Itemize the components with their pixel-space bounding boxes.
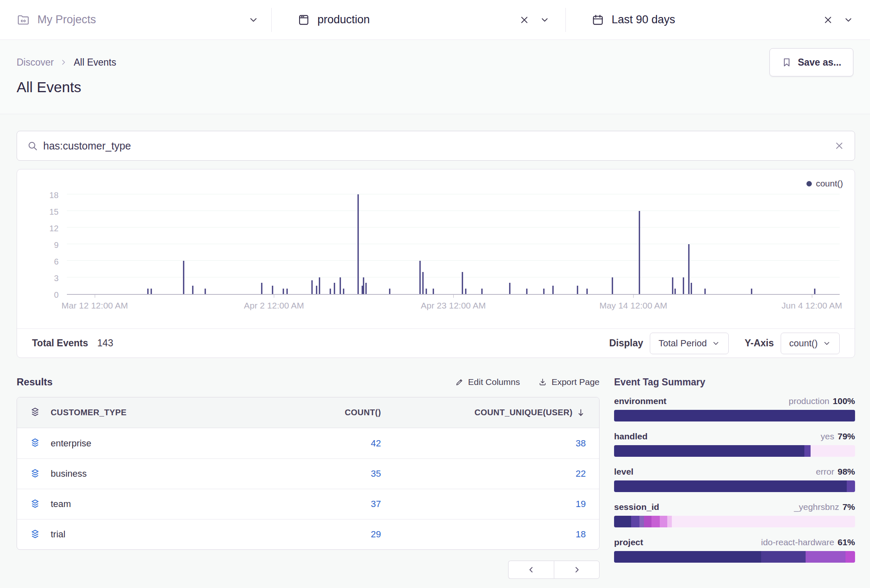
save-as-button[interactable]: Save as... (769, 48, 853, 76)
export-page-button[interactable]: Export Page (538, 377, 600, 387)
tag-item: projectido-react-hardware61% (614, 537, 855, 563)
row-unique-link[interactable]: 19 (381, 499, 599, 510)
environment-selector[interactable]: production (272, 0, 565, 39)
tag-bar-segment[interactable] (644, 516, 651, 527)
tag-bar-segment[interactable] (804, 445, 811, 457)
tag-bar-segment[interactable] (761, 551, 806, 563)
chart-spike (389, 289, 391, 294)
yaxis-dropdown[interactable]: count() (781, 333, 840, 354)
chart-spike (272, 286, 273, 294)
chart-spike (425, 289, 427, 294)
chevron-down-icon (712, 339, 720, 348)
bookmark-icon (782, 57, 792, 68)
breadcrumb-link-discover[interactable]: Discover (17, 57, 54, 68)
gridline (67, 194, 840, 194)
tag-percent: 98% (838, 467, 855, 476)
tag-value: yes (821, 431, 834, 441)
chart-legend[interactable]: count() (806, 179, 843, 189)
search-bar[interactable] (17, 131, 855, 161)
pagination-next-button[interactable] (554, 561, 600, 579)
row-name-cell: business (17, 468, 281, 480)
table-header: CUSTOMER_TYPE COUNT() COUNT_UNIQUE(USER) (17, 397, 599, 428)
tag-value: production (789, 396, 829, 406)
tag-bar[interactable] (614, 480, 855, 492)
row-name-cell: enterprise (17, 438, 281, 449)
table-body: enterprise4238business3522team3719trial2… (17, 428, 599, 549)
search-input[interactable] (43, 140, 834, 152)
column-count-unique[interactable]: COUNT_UNIQUE(USER) (474, 408, 573, 417)
tag-bar-segment[interactable] (614, 410, 855, 421)
tag-bar-segment[interactable] (651, 516, 660, 527)
tag-bar-segment[interactable] (847, 480, 855, 492)
projects-folder-icon (17, 13, 30, 27)
y-axis-label: 15 (49, 207, 59, 217)
chevron-down-icon[interactable] (248, 15, 259, 25)
chart-spike (674, 289, 676, 294)
row-name: business (51, 468, 87, 479)
row-unique-link[interactable]: 18 (381, 529, 599, 540)
tag-bar[interactable] (614, 516, 855, 527)
clear-daterange-icon[interactable] (823, 15, 833, 25)
tag-bar-segment[interactable] (667, 516, 672, 527)
clear-environment-icon[interactable] (519, 15, 530, 25)
tag-name: level (614, 467, 634, 477)
tag-percent: 61% (838, 537, 855, 547)
calendar-icon (592, 14, 604, 26)
pagination (17, 561, 600, 579)
row-unique-link[interactable]: 22 (381, 468, 599, 479)
tag-value: _yeghrsbnz (794, 502, 839, 512)
row-count-link[interactable]: 29 (281, 529, 381, 540)
column-customer-type[interactable]: CUSTOMER_TYPE (51, 408, 127, 417)
row-count-link[interactable]: 42 (281, 438, 381, 449)
results-table: CUSTOMER_TYPE COUNT() COUNT_UNIQUE(USER)… (17, 397, 600, 550)
tag-name: handled (614, 431, 648, 441)
chart-spike (705, 289, 706, 294)
chart-spike (365, 283, 366, 294)
tag-bar[interactable] (614, 410, 855, 421)
tag-right: error98% (816, 467, 855, 477)
tag-percent: 100% (833, 396, 855, 406)
tag-bar-segment[interactable] (614, 445, 804, 457)
row-count-link[interactable]: 35 (281, 468, 381, 479)
chevron-right-icon (572, 565, 581, 574)
x-axis-label: Apr 23 12:00 AM (421, 301, 486, 311)
display-dropdown[interactable]: Total Period (650, 333, 729, 354)
tag-name: session_id (614, 502, 659, 512)
tag-bar-segment[interactable] (614, 551, 761, 563)
edit-columns-button[interactable]: Edit Columns (455, 377, 520, 387)
tag-bar-segment[interactable] (845, 551, 855, 563)
tag-bar-segment[interactable] (806, 551, 845, 563)
chart-spike (481, 289, 482, 294)
pagination-prev-button[interactable] (508, 561, 554, 579)
row-name: enterprise (51, 438, 91, 449)
chart-spike (363, 277, 364, 294)
daterange-selector[interactable]: Last 90 days (566, 0, 870, 39)
column-count[interactable]: COUNT() (281, 408, 381, 417)
chart-spike (420, 261, 421, 294)
tag-bar-segment[interactable] (614, 480, 847, 492)
chart-spike (672, 277, 673, 294)
chart-spike (751, 289, 752, 294)
table-row: enterprise4238 (17, 428, 599, 458)
discover-page: My Projects production (0, 0, 870, 579)
tag-bar-segment[interactable] (639, 516, 644, 527)
chart-spike (509, 283, 510, 294)
page-title: All Events (17, 79, 853, 96)
chart-spike (577, 286, 578, 294)
tag-bar[interactable] (614, 551, 855, 563)
chart-spike (433, 289, 434, 294)
tag-bar-segment[interactable] (631, 516, 639, 527)
chevron-down-icon[interactable] (843, 15, 853, 25)
row-count-link[interactable]: 37 (281, 499, 381, 510)
search-clear-icon[interactable] (834, 140, 845, 151)
project-selector[interactable]: My Projects (0, 0, 271, 39)
environment-selector-label: production (317, 13, 370, 26)
row-unique-link[interactable]: 38 (381, 438, 599, 449)
chart-spike (261, 283, 262, 294)
tag-bar[interactable] (614, 445, 855, 457)
chevron-down-icon[interactable] (540, 15, 550, 25)
tag-bar-segment[interactable] (614, 516, 631, 527)
tag-item: session_id_yeghrsbnz7% (614, 502, 855, 527)
tag-bar-segment[interactable] (660, 516, 667, 527)
table-row: business3522 (17, 458, 599, 489)
